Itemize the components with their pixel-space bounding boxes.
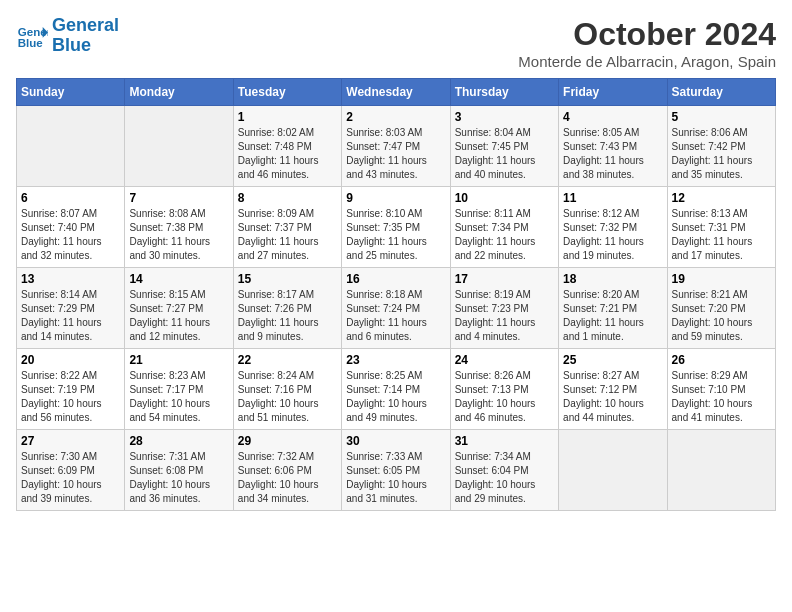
day-info: Sunrise: 8:13 AM Sunset: 7:31 PM Dayligh… xyxy=(672,207,771,263)
calendar-cell: 13Sunrise: 8:14 AM Sunset: 7:29 PM Dayli… xyxy=(17,268,125,349)
calendar-cell: 4Sunrise: 8:05 AM Sunset: 7:43 PM Daylig… xyxy=(559,106,667,187)
day-info: Sunrise: 8:09 AM Sunset: 7:37 PM Dayligh… xyxy=(238,207,337,263)
calendar-cell: 9Sunrise: 8:10 AM Sunset: 7:35 PM Daylig… xyxy=(342,187,450,268)
day-info: Sunrise: 8:17 AM Sunset: 7:26 PM Dayligh… xyxy=(238,288,337,344)
calendar-cell: 30Sunrise: 7:33 AM Sunset: 6:05 PM Dayli… xyxy=(342,430,450,511)
weekday-header-thursday: Thursday xyxy=(450,79,558,106)
day-info: Sunrise: 8:05 AM Sunset: 7:43 PM Dayligh… xyxy=(563,126,662,182)
calendar-cell: 6Sunrise: 8:07 AM Sunset: 7:40 PM Daylig… xyxy=(17,187,125,268)
calendar-cell: 28Sunrise: 7:31 AM Sunset: 6:08 PM Dayli… xyxy=(125,430,233,511)
day-number: 6 xyxy=(21,191,120,205)
logo: General Blue General Blue xyxy=(16,16,119,56)
calendar-cell: 11Sunrise: 8:12 AM Sunset: 7:32 PM Dayli… xyxy=(559,187,667,268)
day-number: 25 xyxy=(563,353,662,367)
day-number: 17 xyxy=(455,272,554,286)
logo-icon: General Blue xyxy=(16,20,48,52)
day-number: 19 xyxy=(672,272,771,286)
day-info: Sunrise: 8:22 AM Sunset: 7:19 PM Dayligh… xyxy=(21,369,120,425)
day-number: 23 xyxy=(346,353,445,367)
day-number: 27 xyxy=(21,434,120,448)
month-title: October 2024 xyxy=(518,16,776,53)
svg-text:Blue: Blue xyxy=(18,36,44,48)
day-info: Sunrise: 8:24 AM Sunset: 7:16 PM Dayligh… xyxy=(238,369,337,425)
day-info: Sunrise: 8:12 AM Sunset: 7:32 PM Dayligh… xyxy=(563,207,662,263)
calendar-cell: 24Sunrise: 8:26 AM Sunset: 7:13 PM Dayli… xyxy=(450,349,558,430)
calendar-cell: 2Sunrise: 8:03 AM Sunset: 7:47 PM Daylig… xyxy=(342,106,450,187)
day-number: 24 xyxy=(455,353,554,367)
day-info: Sunrise: 8:04 AM Sunset: 7:45 PM Dayligh… xyxy=(455,126,554,182)
logo-line2: Blue xyxy=(52,35,91,55)
day-number: 8 xyxy=(238,191,337,205)
calendar-cell: 20Sunrise: 8:22 AM Sunset: 7:19 PM Dayli… xyxy=(17,349,125,430)
calendar-cell: 5Sunrise: 8:06 AM Sunset: 7:42 PM Daylig… xyxy=(667,106,775,187)
calendar-week-row: 27Sunrise: 7:30 AM Sunset: 6:09 PM Dayli… xyxy=(17,430,776,511)
day-number: 9 xyxy=(346,191,445,205)
title-block: October 2024 Monterde de Albarracin, Ara… xyxy=(518,16,776,70)
calendar-cell: 23Sunrise: 8:25 AM Sunset: 7:14 PM Dayli… xyxy=(342,349,450,430)
day-info: Sunrise: 7:31 AM Sunset: 6:08 PM Dayligh… xyxy=(129,450,228,506)
calendar-header: SundayMondayTuesdayWednesdayThursdayFrid… xyxy=(17,79,776,106)
day-number: 5 xyxy=(672,110,771,124)
calendar-cell xyxy=(559,430,667,511)
day-info: Sunrise: 8:20 AM Sunset: 7:21 PM Dayligh… xyxy=(563,288,662,344)
calendar-cell: 8Sunrise: 8:09 AM Sunset: 7:37 PM Daylig… xyxy=(233,187,341,268)
page-header: General Blue General Blue October 2024 M… xyxy=(16,16,776,70)
location: Monterde de Albarracin, Aragon, Spain xyxy=(518,53,776,70)
day-number: 29 xyxy=(238,434,337,448)
calendar-cell: 25Sunrise: 8:27 AM Sunset: 7:12 PM Dayli… xyxy=(559,349,667,430)
day-number: 7 xyxy=(129,191,228,205)
day-info: Sunrise: 8:25 AM Sunset: 7:14 PM Dayligh… xyxy=(346,369,445,425)
calendar-cell: 3Sunrise: 8:04 AM Sunset: 7:45 PM Daylig… xyxy=(450,106,558,187)
calendar-cell: 19Sunrise: 8:21 AM Sunset: 7:20 PM Dayli… xyxy=(667,268,775,349)
calendar-cell: 12Sunrise: 8:13 AM Sunset: 7:31 PM Dayli… xyxy=(667,187,775,268)
calendar-cell: 17Sunrise: 8:19 AM Sunset: 7:23 PM Dayli… xyxy=(450,268,558,349)
day-number: 30 xyxy=(346,434,445,448)
day-number: 26 xyxy=(672,353,771,367)
weekday-header-friday: Friday xyxy=(559,79,667,106)
day-info: Sunrise: 8:23 AM Sunset: 7:17 PM Dayligh… xyxy=(129,369,228,425)
day-info: Sunrise: 8:11 AM Sunset: 7:34 PM Dayligh… xyxy=(455,207,554,263)
calendar-cell: 29Sunrise: 7:32 AM Sunset: 6:06 PM Dayli… xyxy=(233,430,341,511)
day-info: Sunrise: 8:06 AM Sunset: 7:42 PM Dayligh… xyxy=(672,126,771,182)
calendar-cell: 27Sunrise: 7:30 AM Sunset: 6:09 PM Dayli… xyxy=(17,430,125,511)
day-number: 21 xyxy=(129,353,228,367)
day-number: 20 xyxy=(21,353,120,367)
logo-line1: General xyxy=(52,15,119,35)
day-number: 18 xyxy=(563,272,662,286)
day-number: 1 xyxy=(238,110,337,124)
weekday-header-saturday: Saturday xyxy=(667,79,775,106)
day-number: 13 xyxy=(21,272,120,286)
calendar-week-row: 1Sunrise: 8:02 AM Sunset: 7:48 PM Daylig… xyxy=(17,106,776,187)
day-number: 10 xyxy=(455,191,554,205)
calendar-cell: 16Sunrise: 8:18 AM Sunset: 7:24 PM Dayli… xyxy=(342,268,450,349)
day-info: Sunrise: 8:29 AM Sunset: 7:10 PM Dayligh… xyxy=(672,369,771,425)
day-info: Sunrise: 8:15 AM Sunset: 7:27 PM Dayligh… xyxy=(129,288,228,344)
day-number: 12 xyxy=(672,191,771,205)
day-number: 15 xyxy=(238,272,337,286)
day-info: Sunrise: 8:26 AM Sunset: 7:13 PM Dayligh… xyxy=(455,369,554,425)
day-number: 16 xyxy=(346,272,445,286)
day-info: Sunrise: 8:03 AM Sunset: 7:47 PM Dayligh… xyxy=(346,126,445,182)
calendar-cell: 14Sunrise: 8:15 AM Sunset: 7:27 PM Dayli… xyxy=(125,268,233,349)
day-number: 4 xyxy=(563,110,662,124)
day-number: 28 xyxy=(129,434,228,448)
day-number: 11 xyxy=(563,191,662,205)
calendar-cell xyxy=(17,106,125,187)
day-number: 3 xyxy=(455,110,554,124)
day-number: 31 xyxy=(455,434,554,448)
day-info: Sunrise: 7:30 AM Sunset: 6:09 PM Dayligh… xyxy=(21,450,120,506)
calendar-cell: 22Sunrise: 8:24 AM Sunset: 7:16 PM Dayli… xyxy=(233,349,341,430)
day-info: Sunrise: 8:10 AM Sunset: 7:35 PM Dayligh… xyxy=(346,207,445,263)
calendar-body: 1Sunrise: 8:02 AM Sunset: 7:48 PM Daylig… xyxy=(17,106,776,511)
calendar-cell: 21Sunrise: 8:23 AM Sunset: 7:17 PM Dayli… xyxy=(125,349,233,430)
calendar-week-row: 13Sunrise: 8:14 AM Sunset: 7:29 PM Dayli… xyxy=(17,268,776,349)
day-number: 14 xyxy=(129,272,228,286)
calendar-cell: 7Sunrise: 8:08 AM Sunset: 7:38 PM Daylig… xyxy=(125,187,233,268)
day-number: 22 xyxy=(238,353,337,367)
calendar-cell: 1Sunrise: 8:02 AM Sunset: 7:48 PM Daylig… xyxy=(233,106,341,187)
day-info: Sunrise: 8:14 AM Sunset: 7:29 PM Dayligh… xyxy=(21,288,120,344)
weekday-header-sunday: Sunday xyxy=(17,79,125,106)
weekday-header-wednesday: Wednesday xyxy=(342,79,450,106)
day-number: 2 xyxy=(346,110,445,124)
day-info: Sunrise: 8:02 AM Sunset: 7:48 PM Dayligh… xyxy=(238,126,337,182)
